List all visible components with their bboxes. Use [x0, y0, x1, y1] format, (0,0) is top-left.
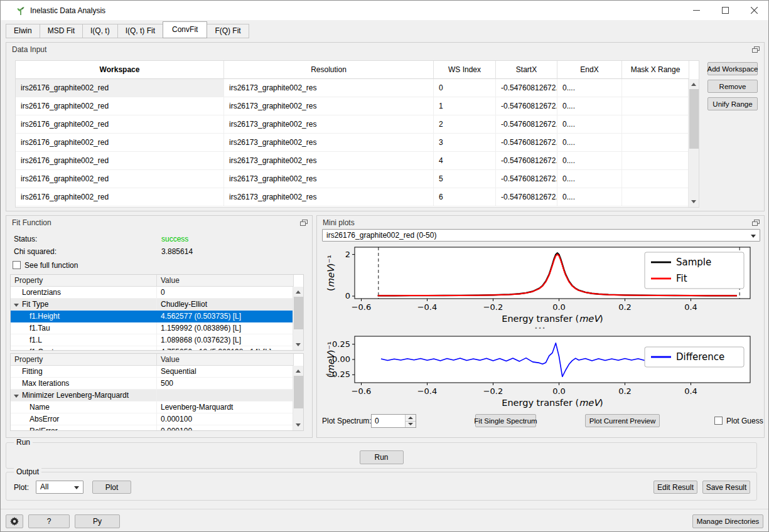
- property-row-minimizer[interactable]: Minimizer Levenberg-Marquardt: [11, 390, 294, 402]
- value-column-header[interactable]: Value: [157, 354, 294, 366]
- mask-x-range-cell[interactable]: [622, 152, 689, 170]
- column-header-mask-x-range[interactable]: Mask X Range: [622, 61, 689, 79]
- plot-spectrum-spinbox[interactable]: [371, 414, 416, 428]
- column-header-startx[interactable]: StartX: [496, 61, 557, 79]
- startx-cell[interactable]: -0.54760812672...: [496, 97, 557, 115]
- workspace-cell[interactable]: irs26176_graphite002_red: [16, 97, 224, 115]
- property-value[interactable]: 0: [157, 287, 294, 299]
- column-header-workspace[interactable]: Workspace: [16, 61, 224, 79]
- maximize-button[interactable]: [711, 1, 739, 20]
- close-button[interactable]: [739, 1, 768, 20]
- property-row-relerror[interactable]: RelError 0.000100: [11, 425, 294, 431]
- mask-x-range-cell[interactable]: [622, 134, 689, 152]
- property-row-max-iterations[interactable]: Max Iterations 500: [11, 378, 294, 390]
- table-scrollbar[interactable]: [688, 79, 699, 207]
- difference-preview-plot[interactable]: −0.6−0.4−0.20.00.20.40.250.00−0.25Energy…: [322, 334, 760, 410]
- ws-index-cell[interactable]: 4: [434, 152, 496, 170]
- resolution-cell[interactable]: irs26173_graphite002_res: [224, 152, 434, 170]
- workspace-cell[interactable]: irs26176_graphite002_red: [16, 115, 224, 134]
- property-value[interactable]: [157, 390, 294, 402]
- mask-x-range-cell[interactable]: [622, 79, 689, 97]
- property-row-lorentzians[interactable]: Lorentzians 0: [11, 287, 294, 299]
- column-header-endx[interactable]: EndX: [557, 61, 622, 79]
- property-value[interactable]: Levenberg-Marquardt: [157, 402, 294, 413]
- workspace-cell[interactable]: irs26176_graphite002_red: [16, 188, 224, 206]
- undock-button[interactable]: [299, 218, 309, 227]
- ws-index-cell[interactable]: 0: [434, 79, 496, 97]
- see-full-function-checkbox[interactable]: [13, 261, 21, 269]
- fit-single-spectrum-button[interactable]: Fit Single Spectrum: [475, 414, 536, 427]
- endx-cell[interactable]: 0....: [557, 79, 622, 97]
- property-row-fitting[interactable]: Fitting Sequential: [11, 366, 294, 378]
- spin-up-button[interactable]: [406, 415, 416, 421]
- minimize-button[interactable]: [682, 1, 711, 20]
- scrollbar-thumb[interactable]: [294, 297, 303, 329]
- manage-directories-button[interactable]: Manage Directories: [692, 514, 763, 528]
- scrollbar-thumb[interactable]: [689, 89, 699, 149]
- workspace-cell[interactable]: irs26176_graphite002_red: [16, 134, 224, 152]
- column-header-resolution[interactable]: Resolution: [224, 61, 434, 79]
- resolution-cell[interactable]: irs26173_graphite002_res: [224, 97, 434, 115]
- resolution-cell[interactable]: irs26173_graphite002_res: [224, 188, 434, 206]
- property-row-abserror[interactable]: AbsError 0.000100: [11, 413, 294, 425]
- property-row-fit-type[interactable]: Fit Type Chudley-Elliot: [11, 299, 294, 311]
- endx-cell[interactable]: 0....: [557, 97, 622, 115]
- column-header-ws-index[interactable]: WS Index: [434, 61, 496, 79]
- save-result-button[interactable]: Save Result: [702, 481, 750, 494]
- property-value[interactable]: 4.755050e-12 (5.360198e-14) [L]: [157, 346, 294, 351]
- startx-cell[interactable]: -0.54760812672...: [496, 79, 557, 97]
- property-value[interactable]: 500: [157, 378, 294, 390]
- workspace-cell[interactable]: irs26176_graphite002_red: [16, 152, 224, 170]
- endx-cell[interactable]: 0....: [557, 134, 622, 152]
- tab-msd-fit[interactable]: MSD Fit: [40, 24, 83, 38]
- property-value[interactable]: 1.159992 (0.083896) [L]: [157, 322, 294, 334]
- expand-arrow-icon[interactable]: [14, 395, 19, 398]
- resolution-cell[interactable]: irs26173_graphite002_res: [224, 79, 434, 97]
- sample-fit-preview-plot[interactable]: −0.6−0.4−0.20.00.20.402Energy transfer (…: [322, 243, 760, 326]
- tab-convfit[interactable]: ConvFit: [163, 21, 207, 38]
- plot-splitter-handle[interactable]: ...: [317, 322, 764, 329]
- unify-range-button[interactable]: Unify Range: [707, 97, 758, 110]
- tab-fq-fit[interactable]: F(Q) Fit: [207, 24, 249, 38]
- property-row-f1-height[interactable]: f1.Height 4.562577 (0.503735) [L]: [11, 311, 294, 322]
- workspace-cell[interactable]: irs26176_graphite002_red: [16, 170, 224, 188]
- resolution-cell[interactable]: irs26173_graphite002_res: [224, 170, 434, 188]
- spin-down-button[interactable]: [406, 421, 416, 427]
- undock-button[interactable]: [751, 218, 761, 227]
- startx-cell[interactable]: -0.54760812672...: [496, 152, 557, 170]
- add-workspace-button[interactable]: Add Workspace: [707, 62, 758, 75]
- resolution-cell[interactable]: irs26173_graphite002_res: [224, 134, 434, 152]
- value-column-header[interactable]: Value: [157, 275, 294, 287]
- tab-iqt-fit[interactable]: I(Q, t) Fit: [117, 24, 163, 38]
- startx-cell[interactable]: -0.54760812672...: [496, 134, 557, 152]
- property-row-f1-l[interactable]: f1.L 1.089868 (0.037623) [L]: [11, 334, 294, 346]
- help-button[interactable]: ?: [28, 514, 70, 528]
- property-table-scrollbar[interactable]: [293, 287, 303, 350]
- remove-button[interactable]: Remove: [707, 80, 758, 93]
- resolution-cell[interactable]: irs26173_graphite002_res: [224, 115, 434, 134]
- property-value[interactable]: 0.000100: [157, 425, 294, 431]
- plot-guess-checkbox[interactable]: [714, 417, 723, 425]
- ws-index-cell[interactable]: 6: [434, 188, 496, 206]
- startx-cell[interactable]: -0.54760812672...: [496, 170, 557, 188]
- settings-button[interactable]: [6, 514, 23, 528]
- endx-cell[interactable]: 0....: [557, 170, 622, 188]
- startx-cell[interactable]: -0.54760812672...: [496, 188, 557, 206]
- property-value[interactable]: 0.000100: [157, 413, 294, 425]
- property-row-f1-centre[interactable]: f1.Centre 4.755050e-12 (5.360198e-14) [L…: [11, 346, 294, 351]
- ws-index-cell[interactable]: 1: [434, 97, 496, 115]
- property-column-header[interactable]: Property: [11, 354, 157, 366]
- plot-current-preview-button[interactable]: Plot Current Preview: [585, 414, 660, 427]
- endx-cell[interactable]: 0....: [557, 152, 622, 170]
- ws-index-cell[interactable]: 2: [434, 115, 496, 134]
- property-value[interactable]: 4.562577 (0.503735) [L]: [157, 311, 294, 322]
- python-button[interactable]: Py: [75, 514, 120, 528]
- property-column-header[interactable]: Property: [11, 275, 157, 287]
- expand-arrow-icon[interactable]: [14, 304, 19, 307]
- property-row-f1-tau[interactable]: f1.Tau 1.159992 (0.083896) [L]: [11, 322, 294, 334]
- spectrum-number-input[interactable]: [372, 415, 402, 427]
- workspace-cell[interactable]: irs26176_graphite002_red: [16, 79, 224, 97]
- property-value[interactable]: Chudley-Elliot: [157, 299, 294, 311]
- endx-cell[interactable]: 0....: [557, 188, 622, 206]
- plot-type-selector[interactable]: All: [36, 481, 83, 494]
